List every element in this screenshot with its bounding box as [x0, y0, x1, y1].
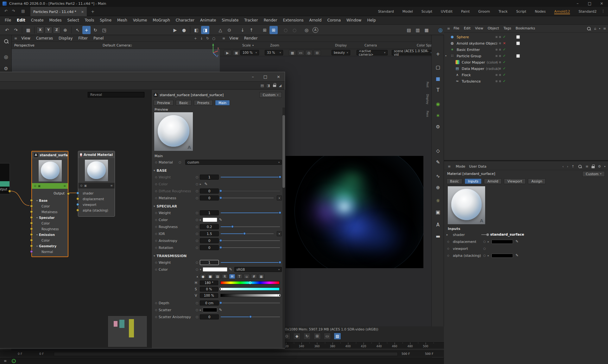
colorspace-dropdown[interactable]: sRGB▾ — [234, 267, 282, 272]
world-grid-button[interactable]: ◎ — [302, 26, 311, 34]
input-port-dot[interactable] — [30, 205, 33, 207]
material-value-dropdown[interactable]: custom▾ — [185, 160, 282, 165]
object-label[interactable]: Color Mapper(color) — [462, 60, 498, 65]
object-manager-menu-view[interactable]: View — [473, 24, 485, 33]
attribute-manager-menu-icon[interactable]: ≡ — [446, 164, 452, 169]
layout-tab-standard[interactable]: Standard — [378, 9, 394, 14]
x-axis-lock-button[interactable]: X — [36, 27, 44, 34]
snap-grid-button[interactable]: ⊞ — [261, 26, 269, 34]
node-solo-icon[interactable]: ▣ — [84, 184, 87, 187]
nav-back-icon[interactable]: ↶ — [3, 9, 10, 13]
node-port-displacement[interactable]: displacement — [78, 196, 115, 202]
close-tab-icon[interactable]: × — [81, 10, 84, 14]
node-editor-minimap[interactable] — [108, 316, 147, 347]
node-port-viewport[interactable]: viewport — [78, 202, 115, 207]
picker-sat-bar[interactable] — [220, 287, 280, 291]
zoom-dropdown[interactable]: 33 %▾ — [265, 50, 283, 55]
picker-val-bar[interactable] — [220, 294, 280, 297]
menu-corona[interactable]: Corona — [324, 16, 344, 24]
value-field[interactable]: 1.5 — [200, 231, 219, 236]
menu-animate[interactable]: Animate — [197, 16, 219, 24]
material-tab-presets[interactable]: Presets — [194, 100, 213, 106]
eyedropper-icon[interactable]: ✎ — [205, 182, 208, 186]
input-row-alpha-stacking[interactable]: ◇alpha (stacking)○▸✎ — [444, 252, 608, 259]
history-forward-icon[interactable]: › — [567, 164, 568, 169]
node-solo-icon[interactable]: ▣ — [38, 184, 41, 188]
value-field[interactable]: 1 — [200, 260, 219, 265]
tab-overflow-icon[interactable]: ⋮ — [601, 9, 605, 13]
floor-icon[interactable]: ▬ — [434, 232, 442, 240]
menu-modes[interactable]: Modes — [47, 16, 65, 24]
menu-mograph[interactable]: MoGraph — [150, 16, 173, 24]
enabled-check-icon[interactable]: ✓ — [503, 60, 506, 64]
layout-window-3-button[interactable]: ▦ — [422, 26, 431, 34]
layer-dot[interactable] — [496, 74, 497, 76]
object-label[interactable]: Flock — [462, 73, 471, 77]
nav-forward-icon[interactable]: ↷ — [10, 9, 17, 13]
diamond-icon[interactable]: ◇ — [434, 147, 442, 155]
object-label[interactable]: Arnold skydome Object — [457, 41, 497, 46]
panel-layout-icon[interactable]: ▤ — [261, 83, 264, 88]
node-menu-icon[interactable]: ≡ — [110, 184, 113, 187]
node-property-specular-roughness[interactable]: Roughness — [32, 226, 68, 232]
color-swatch[interactable] — [491, 240, 513, 244]
layer-dot[interactable] — [499, 80, 501, 82]
object-label[interactable]: Sphere — [457, 35, 469, 39]
move-tool-button[interactable]: + — [82, 26, 91, 34]
home-icon[interactable]: ⌂ — [594, 27, 596, 31]
flower-icon[interactable]: ∗ — [434, 112, 442, 119]
colorspace-dropdown[interactable]: scene (ACES 1.0 SDR-vid▾ — [392, 50, 434, 55]
viewport-menu-cameras[interactable]: Cameras — [33, 35, 56, 42]
attribute-tab-inputs[interactable]: Inputs — [465, 178, 482, 184]
connect-circle-icon[interactable]: ○ — [194, 239, 200, 242]
color-swatch[interactable] — [203, 218, 217, 222]
layer-dot[interactable] — [496, 80, 497, 82]
picker-mode-t[interactable]: T — [236, 274, 243, 279]
menu-tracker[interactable]: Tracker — [241, 16, 261, 24]
input-port-dot[interactable] — [30, 233, 33, 236]
value-field[interactable]: 1 — [200, 210, 219, 215]
connect-circle-icon[interactable]: ○ — [194, 176, 200, 179]
value-field[interactable]: 0 — [200, 188, 219, 194]
eyedropper-icon[interactable]: ✎ — [219, 308, 222, 312]
section-header-transmission[interactable]: ▾TRANSMISSION — [154, 253, 282, 259]
scale-tool-button[interactable]: ◳ — [100, 26, 108, 34]
arnold-material-node-header[interactable]: Arnold Material — [78, 151, 115, 158]
group-chevron-icon[interactable]: ▾ — [36, 216, 38, 219]
eyedropper-icon[interactable]: ✎ — [219, 218, 222, 222]
coordinate-system-button[interactable]: ⊕ — [61, 26, 69, 34]
group-chevron-icon[interactable]: ▾ — [36, 199, 38, 202]
input-port-dot[interactable] — [30, 239, 33, 242]
node-group-emission[interactable]: ▾Emission — [32, 232, 68, 238]
custom-dropdown[interactable]: Custom▾ — [582, 171, 605, 177]
menu-create[interactable]: Create — [28, 16, 47, 24]
connect-circle-icon[interactable]: ○ — [194, 308, 200, 312]
layer-dot[interactable] — [496, 49, 497, 51]
enabled-check-icon[interactable]: ✓ — [503, 73, 506, 77]
orbit-icon[interactable]: ↻ — [206, 36, 209, 40]
chevron-icon[interactable]: ▸ — [488, 254, 489, 257]
layer-dot[interactable] — [499, 36, 501, 38]
slider-handle[interactable] — [279, 211, 282, 214]
menu-window[interactable]: Window — [344, 16, 364, 24]
enabled-check-icon[interactable]: ✓ — [503, 35, 506, 39]
input-port-dot[interactable] — [76, 192, 79, 194]
timer-button[interactable]: ⊙ — [225, 26, 233, 34]
attribute-tab-viewport[interactable]: Viewport — [504, 178, 525, 184]
refresh-icon[interactable]: ↻ — [303, 333, 311, 340]
connect-circle-icon[interactable]: ○ — [194, 196, 200, 200]
panel-popout-icon[interactable]: ◢ — [279, 83, 282, 88]
user-data-menu[interactable]: User Data — [469, 164, 486, 169]
mode-menu[interactable]: Mode — [456, 164, 465, 169]
cube-icon[interactable]: ■ — [434, 75, 442, 83]
section-chevron-icon[interactable]: ▾ — [154, 254, 155, 257]
new-tab-button[interactable]: + — [90, 9, 96, 15]
layer-dot[interactable] — [499, 61, 501, 63]
axis-down-button[interactable]: ↓ — [238, 26, 247, 34]
picker-handle[interactable] — [219, 288, 222, 291]
chevron-icon[interactable]: ▸ — [200, 308, 201, 312]
window-close-button[interactable]: × — [277, 74, 280, 79]
param-slider[interactable] — [221, 175, 280, 180]
timeline-range-slider[interactable] — [54, 352, 398, 356]
material-tag-swatch[interactable] — [516, 35, 520, 39]
